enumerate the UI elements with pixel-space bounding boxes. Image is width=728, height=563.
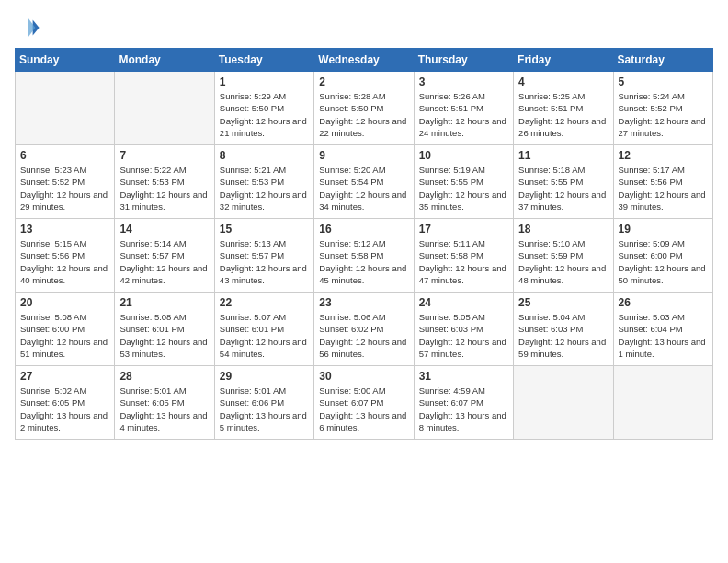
calendar-cell: 31Sunrise: 4:59 AM Sunset: 6:07 PM Dayli… bbox=[414, 366, 513, 440]
calendar-cell: 3Sunrise: 5:26 AM Sunset: 5:51 PM Daylig… bbox=[414, 72, 513, 145]
calendar-cell: 26Sunrise: 5:03 AM Sunset: 6:04 PM Dayli… bbox=[613, 293, 712, 366]
day-info: Sunrise: 5:25 AM Sunset: 5:51 PM Dayligh… bbox=[518, 90, 608, 139]
day-info: Sunrise: 5:03 AM Sunset: 6:04 PM Dayligh… bbox=[619, 311, 708, 360]
day-info: Sunrise: 5:08 AM Sunset: 6:01 PM Dayligh… bbox=[119, 311, 209, 360]
day-number: 12 bbox=[619, 149, 708, 162]
day-number: 7 bbox=[119, 149, 209, 162]
calendar-cell: 8Sunrise: 5:21 AM Sunset: 5:53 PM Daylig… bbox=[214, 145, 313, 219]
day-info: Sunrise: 5:18 AM Sunset: 5:55 PM Dayligh… bbox=[518, 164, 608, 213]
calendar-cell: 15Sunrise: 5:13 AM Sunset: 5:57 PM Dayli… bbox=[214, 219, 313, 293]
calendar-cell: 17Sunrise: 5:11 AM Sunset: 5:58 PM Dayli… bbox=[414, 219, 513, 293]
day-info: Sunrise: 5:09 AM Sunset: 6:00 PM Dayligh… bbox=[619, 237, 708, 286]
day-info: Sunrise: 5:28 AM Sunset: 5:50 PM Dayligh… bbox=[319, 90, 408, 139]
calendar-cell: 2Sunrise: 5:28 AM Sunset: 5:50 PM Daylig… bbox=[314, 72, 414, 145]
calendar-cell: 23Sunrise: 5:06 AM Sunset: 6:02 PM Dayli… bbox=[314, 293, 414, 366]
day-number: 10 bbox=[419, 149, 508, 162]
day-number: 17 bbox=[419, 223, 508, 236]
day-number: 24 bbox=[419, 296, 508, 309]
day-number: 25 bbox=[518, 296, 608, 309]
weekday-header: Friday bbox=[514, 49, 613, 72]
calendar-cell: 25Sunrise: 5:04 AM Sunset: 6:03 PM Dayli… bbox=[514, 293, 613, 366]
weekday-header: Saturday bbox=[613, 49, 712, 72]
day-info: Sunrise: 5:22 AM Sunset: 5:53 PM Dayligh… bbox=[119, 164, 209, 213]
calendar-week-row: 1Sunrise: 5:29 AM Sunset: 5:50 PM Daylig… bbox=[16, 72, 713, 145]
day-info: Sunrise: 5:19 AM Sunset: 5:55 PM Dayligh… bbox=[419, 164, 508, 213]
calendar-week-row: 27Sunrise: 5:02 AM Sunset: 6:05 PM Dayli… bbox=[16, 366, 713, 440]
day-info: Sunrise: 5:23 AM Sunset: 5:52 PM Dayligh… bbox=[20, 164, 109, 213]
day-info: Sunrise: 5:15 AM Sunset: 5:56 PM Dayligh… bbox=[20, 237, 109, 286]
day-info: Sunrise: 5:26 AM Sunset: 5:51 PM Dayligh… bbox=[419, 90, 508, 139]
calendar-cell: 13Sunrise: 5:15 AM Sunset: 5:56 PM Dayli… bbox=[16, 219, 115, 293]
day-info: Sunrise: 5:00 AM Sunset: 6:07 PM Dayligh… bbox=[319, 385, 408, 433]
day-number: 29 bbox=[220, 370, 309, 383]
calendar-cell: 20Sunrise: 5:08 AM Sunset: 6:00 PM Dayli… bbox=[16, 293, 115, 366]
day-number: 23 bbox=[319, 296, 408, 309]
calendar-cell: 7Sunrise: 5:22 AM Sunset: 5:53 PM Daylig… bbox=[115, 145, 214, 219]
calendar-cell: 14Sunrise: 5:14 AM Sunset: 5:57 PM Dayli… bbox=[115, 219, 214, 293]
day-number: 28 bbox=[119, 370, 209, 383]
weekday-header: Tuesday bbox=[214, 49, 313, 72]
calendar-cell: 4Sunrise: 5:25 AM Sunset: 5:51 PM Daylig… bbox=[514, 72, 613, 145]
day-number: 9 bbox=[319, 149, 408, 162]
calendar-cell: 29Sunrise: 5:01 AM Sunset: 6:06 PM Dayli… bbox=[214, 366, 313, 440]
day-info: Sunrise: 5:05 AM Sunset: 6:03 PM Dayligh… bbox=[419, 311, 508, 360]
calendar-cell: 24Sunrise: 5:05 AM Sunset: 6:03 PM Dayli… bbox=[414, 293, 513, 366]
svg-marker-1 bbox=[28, 17, 35, 38]
day-info: Sunrise: 4:59 AM Sunset: 6:07 PM Dayligh… bbox=[419, 385, 508, 433]
day-info: Sunrise: 5:21 AM Sunset: 5:53 PM Dayligh… bbox=[220, 164, 309, 213]
day-number: 3 bbox=[419, 75, 508, 88]
day-number: 2 bbox=[319, 75, 408, 88]
day-number: 20 bbox=[20, 296, 109, 309]
logo-icon bbox=[15, 15, 40, 40]
day-info: Sunrise: 5:07 AM Sunset: 6:01 PM Dayligh… bbox=[220, 311, 309, 360]
day-number: 11 bbox=[518, 149, 608, 162]
day-number: 30 bbox=[319, 370, 408, 383]
page-header bbox=[15, 15, 713, 40]
day-number: 1 bbox=[220, 75, 309, 88]
day-number: 21 bbox=[119, 296, 209, 309]
day-number: 18 bbox=[518, 223, 608, 236]
day-number: 16 bbox=[319, 223, 408, 236]
day-info: Sunrise: 5:20 AM Sunset: 5:54 PM Dayligh… bbox=[319, 164, 408, 213]
calendar-cell: 9Sunrise: 5:20 AM Sunset: 5:54 PM Daylig… bbox=[314, 145, 414, 219]
calendar-cell: 10Sunrise: 5:19 AM Sunset: 5:55 PM Dayli… bbox=[414, 145, 513, 219]
calendar-week-row: 20Sunrise: 5:08 AM Sunset: 6:00 PM Dayli… bbox=[16, 293, 713, 366]
day-number: 4 bbox=[518, 75, 608, 88]
day-number: 6 bbox=[20, 149, 109, 162]
calendar-cell: 18Sunrise: 5:10 AM Sunset: 5:59 PM Dayli… bbox=[514, 219, 613, 293]
day-info: Sunrise: 5:13 AM Sunset: 5:57 PM Dayligh… bbox=[220, 237, 309, 286]
day-number: 19 bbox=[619, 223, 708, 236]
weekday-header: Monday bbox=[115, 49, 214, 72]
day-info: Sunrise: 5:14 AM Sunset: 5:57 PM Dayligh… bbox=[119, 237, 209, 286]
day-info: Sunrise: 5:12 AM Sunset: 5:58 PM Dayligh… bbox=[319, 237, 408, 286]
calendar-cell: 28Sunrise: 5:01 AM Sunset: 6:05 PM Dayli… bbox=[115, 366, 214, 440]
day-number: 14 bbox=[119, 223, 209, 236]
day-info: Sunrise: 5:29 AM Sunset: 5:50 PM Dayligh… bbox=[220, 90, 309, 139]
calendar-cell bbox=[613, 366, 712, 440]
day-info: Sunrise: 5:08 AM Sunset: 6:00 PM Dayligh… bbox=[20, 311, 109, 360]
day-info: Sunrise: 5:11 AM Sunset: 5:58 PM Dayligh… bbox=[419, 237, 508, 286]
day-info: Sunrise: 5:01 AM Sunset: 6:06 PM Dayligh… bbox=[220, 385, 309, 433]
day-number: 27 bbox=[20, 370, 109, 383]
calendar-cell: 5Sunrise: 5:24 AM Sunset: 5:52 PM Daylig… bbox=[613, 72, 712, 145]
calendar-week-row: 13Sunrise: 5:15 AM Sunset: 5:56 PM Dayli… bbox=[16, 219, 713, 293]
weekday-header: Wednesday bbox=[314, 49, 414, 72]
day-number: 31 bbox=[419, 370, 508, 383]
calendar-cell: 6Sunrise: 5:23 AM Sunset: 5:52 PM Daylig… bbox=[16, 145, 115, 219]
day-info: Sunrise: 5:24 AM Sunset: 5:52 PM Dayligh… bbox=[619, 90, 708, 139]
calendar-table: SundayMondayTuesdayWednesdayThursdayFrid… bbox=[15, 48, 713, 440]
day-info: Sunrise: 5:06 AM Sunset: 6:02 PM Dayligh… bbox=[319, 311, 408, 360]
day-number: 22 bbox=[220, 296, 309, 309]
calendar-cell: 19Sunrise: 5:09 AM Sunset: 6:00 PM Dayli… bbox=[613, 219, 712, 293]
weekday-header: Thursday bbox=[414, 49, 513, 72]
day-info: Sunrise: 5:10 AM Sunset: 5:59 PM Dayligh… bbox=[518, 237, 608, 286]
day-info: Sunrise: 5:04 AM Sunset: 6:03 PM Dayligh… bbox=[518, 311, 608, 360]
weekday-header: Sunday bbox=[16, 49, 115, 72]
calendar-cell: 27Sunrise: 5:02 AM Sunset: 6:05 PM Dayli… bbox=[16, 366, 115, 440]
calendar-cell: 30Sunrise: 5:00 AM Sunset: 6:07 PM Dayli… bbox=[314, 366, 414, 440]
calendar-cell: 16Sunrise: 5:12 AM Sunset: 5:58 PM Dayli… bbox=[314, 219, 414, 293]
day-number: 13 bbox=[20, 223, 109, 236]
day-number: 26 bbox=[619, 296, 708, 309]
calendar-cell: 1Sunrise: 5:29 AM Sunset: 5:50 PM Daylig… bbox=[214, 72, 313, 145]
calendar-cell: 11Sunrise: 5:18 AM Sunset: 5:55 PM Dayli… bbox=[514, 145, 613, 219]
